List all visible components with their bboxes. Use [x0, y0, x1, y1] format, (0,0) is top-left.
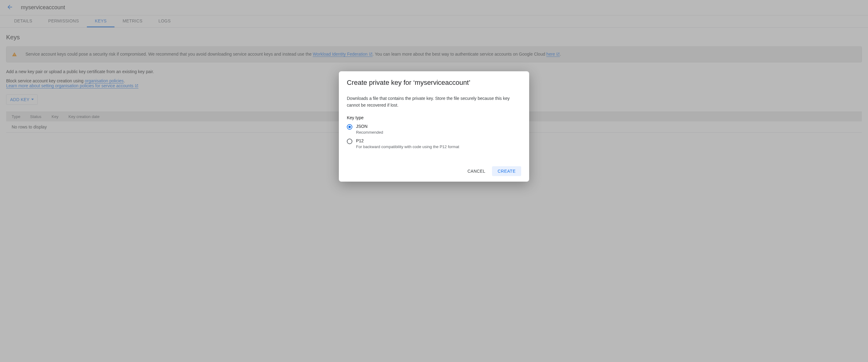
radio-button-icon [347, 139, 352, 144]
radio-text-group: JSON Recommended [356, 124, 383, 135]
radio-sublabel: For backward compatibility with code usi… [356, 144, 459, 149]
dialog-title: Create private key for ‘myserviceaccount… [347, 79, 521, 87]
radio-option-p12[interactable]: P12 For backward compatibility with code… [347, 137, 521, 151]
radio-button-icon [347, 124, 352, 130]
radio-text-group: P12 For backward compatibility with code… [356, 138, 459, 149]
dialog-actions: CANCEL CREATE [347, 166, 521, 176]
radio-option-json[interactable]: JSON Recommended [347, 122, 521, 137]
radio-label: P12 [356, 138, 459, 143]
radio-label: JSON [356, 124, 383, 129]
modal-scrim[interactable]: Create private key for ‘myserviceaccount… [0, 0, 868, 362]
create-button[interactable]: CREATE [492, 166, 521, 176]
key-type-label: Key type [347, 115, 521, 120]
dialog-description: Downloads a file that contains the priva… [347, 95, 521, 109]
radio-sublabel: Recommended [356, 130, 383, 135]
create-key-dialog: Create private key for ‘myserviceaccount… [339, 71, 529, 182]
radio-inner-dot [348, 126, 351, 128]
cancel-button[interactable]: CANCEL [463, 166, 490, 176]
